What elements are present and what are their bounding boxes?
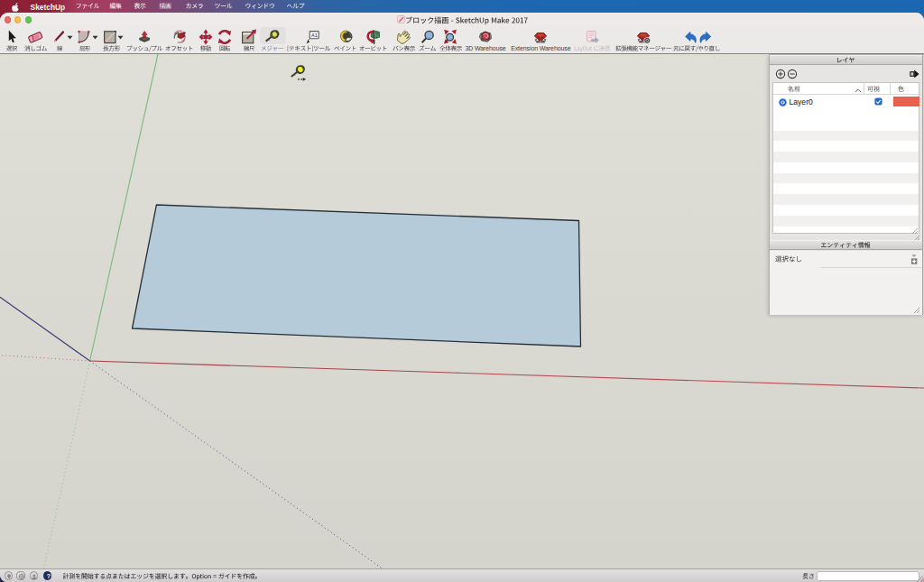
svg-text:A1: A1 (311, 32, 318, 38)
